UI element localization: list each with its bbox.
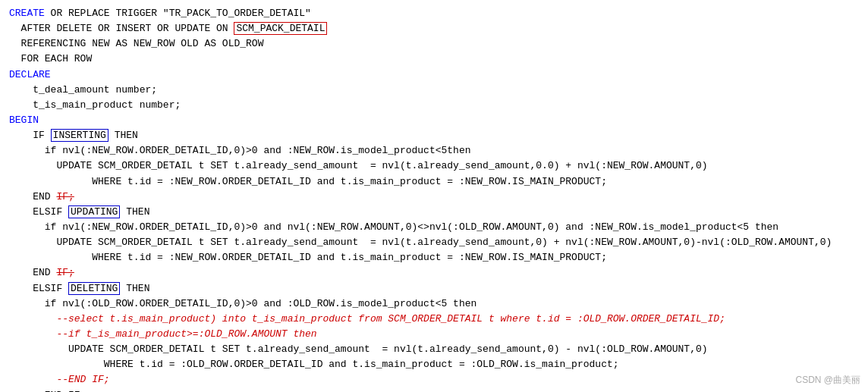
code-line-8: BEGIN bbox=[9, 113, 859, 128]
code-line-26: END IF; bbox=[9, 388, 859, 392]
code-line-22: --if t_is_main_product>=:OLD_ROW.AMOUNT … bbox=[9, 327, 859, 342]
code-line-1: CREATE OR REPLACE TRIGGER "TR_PACK_TO_OR… bbox=[9, 6, 859, 21]
code-line-11: UPDATE SCM_ORDER_DETAIL t SET t.already_… bbox=[9, 158, 859, 174]
code-line-2: AFTER DELETE OR INSERT OR UPDATE ON SCM_… bbox=[9, 21, 859, 36]
code-line-7: t_is_main_product number; bbox=[9, 98, 859, 113]
code-line-15: if nvl(:NEW_ROW.ORDER_DETAIL_ID,0)>0 and… bbox=[9, 220, 859, 235]
code-line-9: IF INSERTING THEN bbox=[9, 128, 859, 143]
code-line-18: END IF; bbox=[9, 265, 859, 281]
highlight-updating: UPDATING bbox=[68, 205, 120, 218]
code-line-4: FOR EACH ROW bbox=[9, 52, 859, 67]
code-line-6: t_deal_amount number; bbox=[9, 83, 859, 98]
code-line-17: WHERE t.id = :NEW_ROW.ORDER_DETAIL_ID an… bbox=[9, 250, 859, 265]
code-line-14: ELSIF UPDATING THEN bbox=[9, 205, 859, 220]
code-line-3: REFERENCING NEW AS NEW_ROW OLD AS OLD_RO… bbox=[9, 36, 859, 52]
highlight-scm-pack-detail: SCM_PACK_DETAIL bbox=[234, 22, 327, 35]
highlight-inserting: INSERTING bbox=[51, 129, 108, 142]
comment-line-22: --if t_is_main_product>=:OLD_ROW.AMOUNT … bbox=[9, 328, 317, 340]
code-line-21: --select t.is_main_product) into t_is_ma… bbox=[9, 312, 859, 327]
comment-line-21: --select t.is_main_product) into t_is_ma… bbox=[9, 313, 725, 325]
watermark: CSDN @曲美丽 bbox=[795, 373, 860, 387]
code-line-25: --END IF; bbox=[9, 372, 859, 387]
code-line-13: END IF; bbox=[9, 190, 859, 205]
code-line-16: UPDATE SCM_ORDER_DETAIL t SET t.already_… bbox=[9, 235, 859, 250]
code-line-19: ELSIF DELETING THEN bbox=[9, 281, 859, 296]
comment-line-25: --END IF; bbox=[9, 374, 110, 385]
keyword-declare: DECLARE bbox=[9, 69, 51, 80]
code-line-5: DECLARE bbox=[9, 67, 859, 83]
code-line-20: if nvl(:OLD_ROW.ORDER_DETAIL_ID,0)>0 and… bbox=[9, 296, 859, 312]
keyword-begin: BEGIN bbox=[9, 114, 39, 126]
code-line-24: WHERE t.id = :OLD_ROW.ORDER_DETAIL_ID an… bbox=[9, 357, 859, 372]
code-container: CREATE OR REPLACE TRIGGER "TR_PACK_TO_OR… bbox=[0, 0, 868, 392]
code-line-23: UPDATE SCM_ORDER_DETAIL t SET t.already_… bbox=[9, 342, 859, 357]
highlight-deleting: DELETING bbox=[68, 282, 120, 295]
keyword-create: CREATE bbox=[9, 8, 45, 19]
code-line-12: WHERE t.id = :NEW_ROW.ORDER_DETAIL_ID an… bbox=[9, 174, 859, 190]
code-line-10: if nvl(:NEW_ROW.ORDER_DETAIL_ID,0)>0 and… bbox=[9, 143, 859, 158]
